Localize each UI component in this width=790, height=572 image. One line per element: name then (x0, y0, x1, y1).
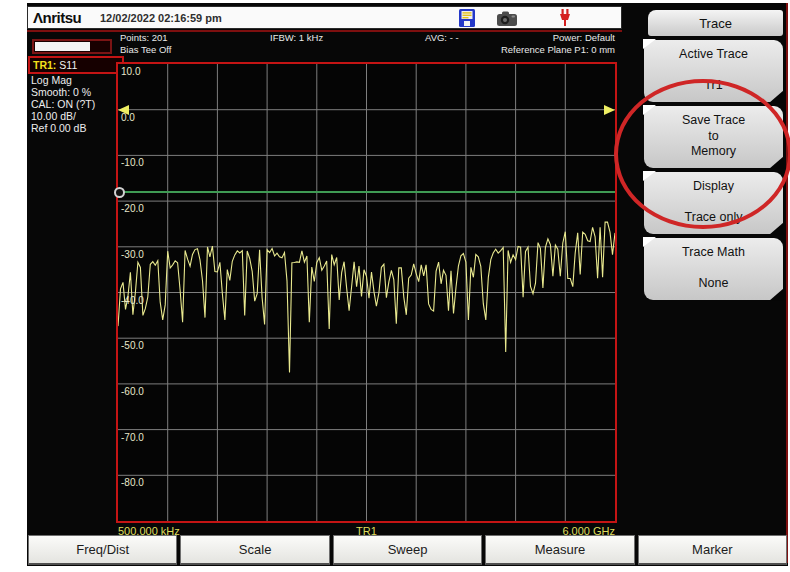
graticule-plot: 10.00.0-10.0-20.0-30.0-40.0-50.0-60.0-70… (116, 62, 617, 523)
hardkey-scale[interactable]: Scale (180, 535, 329, 565)
hardkey-measure[interactable]: Measure (485, 535, 634, 565)
status-bias-tee: Bias Tee Off (120, 44, 171, 55)
y-tick-label: -50.0 (121, 340, 144, 351)
ref-level-arrow-left (118, 105, 129, 115)
trace-chart (118, 64, 615, 521)
status-ifbw: IFBW: 1 kHz (270, 32, 323, 43)
camera-icon[interactable] (496, 8, 518, 28)
softkey-save-trace-to-memory[interactable]: Save TracetoMemory (644, 106, 783, 168)
softkey-menu: Trace Active TraceTr1Save TracetoMemoryD… (622, 3, 788, 563)
y-tick-label: -80.0 (121, 477, 144, 488)
softkey-line: Memory (647, 144, 780, 158)
battery-indicator (32, 39, 112, 54)
y-tick-label: -60.0 (121, 386, 144, 397)
smoothing-label: Smooth: 0 % (31, 86, 91, 98)
y-tick-label: -40.0 (121, 295, 144, 306)
hardkey-marker[interactable]: Marker (638, 535, 787, 565)
softkey-line: Trace Math (647, 245, 780, 259)
screenshot-page: Λnritsu 12/02/2022 02:16:59 pm (0, 0, 790, 572)
datetime-label: 12/02/2022 02:16:59 pm (100, 12, 222, 24)
active-trace-box[interactable]: TR1:S11 (28, 56, 124, 74)
status-points: Points: 201 (120, 32, 168, 43)
hardkey-bar: Freq/DistScaleSweepMeasureMarker (28, 535, 787, 565)
softkey-display-trace-only[interactable]: DisplayTrace only (644, 172, 783, 234)
anritsu-logo: Λnritsu (33, 9, 81, 26)
softkey-line: None (647, 276, 780, 290)
instrument-screen: Λnritsu 12/02/2022 02:16:59 pm (27, 3, 788, 566)
scale-per-div-label: 10.00 dB/ (31, 110, 76, 122)
limit-line-handle[interactable] (114, 187, 125, 198)
s-parameter-label: S11 (59, 59, 77, 71)
softkey-line: Trace only (647, 210, 780, 224)
ref-level-arrow-right (604, 105, 615, 115)
y-tick-label: -20.0 (121, 203, 144, 214)
menu-title: Trace (648, 10, 783, 36)
status-avg: AVG: - - (425, 32, 459, 43)
limit-line (118, 191, 615, 193)
system-bar: Λnritsu 12/02/2022 02:16:59 pm (27, 6, 622, 29)
softkey-line: to (647, 129, 780, 143)
status-power: Power: Default (553, 32, 615, 43)
trace-id-label: TR1: (33, 59, 56, 71)
ref-level-label: Ref 0.00 dB (31, 122, 86, 134)
battery-level (35, 42, 90, 51)
y-tick-label: -10.0 (121, 157, 144, 168)
hardkey-sweep[interactable]: Sweep (333, 535, 482, 565)
red-divider-line (27, 30, 622, 32)
floppy-disk-icon[interactable] (456, 8, 478, 28)
status-ref-plane: Reference Plane P1: 0 mm (501, 44, 615, 55)
y-tick-label: 10.0 (121, 66, 140, 77)
softkey-trace-math[interactable]: Trace MathNone (644, 238, 783, 300)
hardkey-freq-dist[interactable]: Freq/Dist (28, 535, 177, 565)
softkey-line: Active Trace (647, 47, 780, 61)
softkey-line: Tr1 (647, 78, 780, 92)
softkey-list: Active TraceTr1Save TracetoMemoryDisplay… (644, 40, 783, 304)
cal-status-label: CAL: ON (?T) (31, 98, 95, 110)
y-tick-label: -70.0 (121, 432, 144, 443)
softkey-line: Display (647, 179, 780, 193)
power-plug-icon (554, 8, 576, 28)
trace-format-label: Log Mag (31, 74, 72, 86)
softkey-line: Save Trace (647, 113, 780, 127)
softkey-active-trace[interactable]: Active TraceTr1 (644, 40, 783, 102)
y-tick-label: -30.0 (121, 249, 144, 260)
